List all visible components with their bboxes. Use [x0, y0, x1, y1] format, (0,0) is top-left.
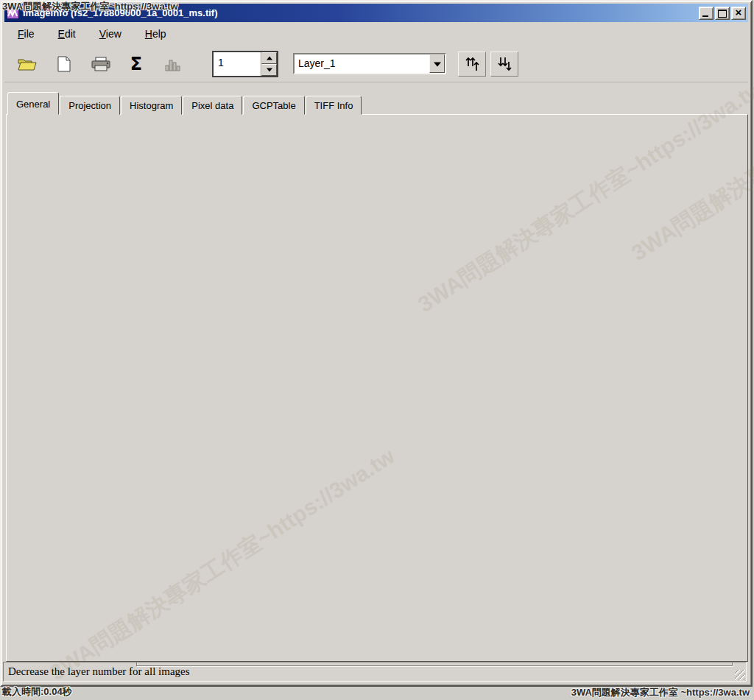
tab-general[interactable]: General	[7, 92, 59, 115]
toolbar: Σ 1 Laye	[4, 44, 748, 82]
menu-file[interactable]: File	[12, 26, 40, 42]
window-title: ImageInfo (fs2_178809000_1a_0001_ms.tif)	[23, 7, 218, 18]
tab-histogram[interactable]: Histogram	[121, 96, 182, 115]
chevron-down-icon[interactable]	[429, 54, 445, 73]
layer-number-spinner[interactable]: 1	[212, 51, 278, 77]
status-text: Decrease the layer number for all images	[8, 665, 190, 678]
tab-tiff-info[interactable]: TIFF Info	[306, 96, 362, 115]
titlebar[interactable]: ImageInfo (fs2_178809000_1a_0001_ms.tif)	[4, 4, 748, 22]
layer-number-value[interactable]: 1	[214, 52, 261, 76]
layer-select[interactable]: Layer_1	[293, 53, 446, 74]
printer-icon	[91, 57, 110, 71]
status-bar: Decrease the layer number for all images	[3, 662, 747, 682]
resize-grip-icon[interactable]	[735, 670, 745, 680]
sigma-icon: Σ	[130, 55, 142, 73]
screen: 3WA問題解決專家工作室~https://3wa.tw ImageInfo (f…	[0, 0, 754, 700]
new-document-icon	[57, 56, 71, 72]
open-file-button[interactable]	[13, 52, 41, 77]
menubar: File Edit View Help	[4, 24, 748, 43]
watermark-bottom-right: 3WA問題解決專家工作室 ~https://3wa.tw	[571, 686, 750, 699]
menu-help[interactable]: Help	[139, 26, 172, 42]
print-button[interactable]	[87, 52, 115, 77]
app-icon	[7, 7, 19, 19]
spinner-down-button[interactable]	[261, 64, 277, 76]
maximize-button[interactable]	[715, 7, 730, 20]
histogram-button[interactable]	[159, 52, 187, 77]
close-button[interactable]	[731, 7, 746, 20]
minimize-button[interactable]	[699, 7, 714, 20]
tab-bar: General Projection Histogram Pixel data …	[7, 91, 362, 115]
increase-layer-button[interactable]	[458, 52, 486, 77]
watermark-bottom-left: 載入時間:0.04秒	[2, 685, 72, 699]
menu-edit[interactable]: Edit	[52, 26, 82, 42]
new-file-button[interactable]	[50, 52, 78, 77]
decrease-layer-button[interactable]	[490, 52, 518, 77]
layer-select-value: Layer_1	[295, 54, 429, 73]
tab-gcp-table[interactable]: GCPTable	[243, 96, 304, 115]
general-tab-panel	[6, 114, 748, 662]
imageinfo-window: ImageInfo (fs2_178809000_1a_0001_ms.tif)…	[0, 0, 753, 687]
histogram-icon	[164, 57, 182, 71]
statistics-button[interactable]: Σ	[122, 52, 150, 77]
layer-down-icon	[496, 56, 513, 72]
tab-pixel-data[interactable]: Pixel data	[183, 96, 242, 115]
spinner-up-button[interactable]	[261, 52, 277, 64]
layer-up-icon	[463, 56, 481, 72]
menu-view[interactable]: View	[94, 26, 127, 42]
tab-projection[interactable]: Projection	[60, 96, 120, 115]
open-folder-icon	[18, 57, 37, 71]
